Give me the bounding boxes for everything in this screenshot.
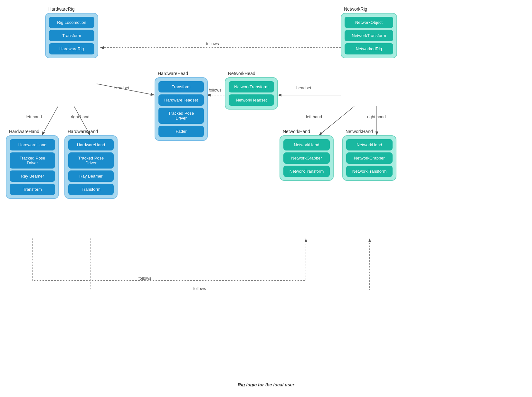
net-head-block-transform: NetworkTransform	[229, 81, 274, 92]
hardware-hand-left-group: HardwareHand HardwareHand Tracked Pose D…	[6, 135, 59, 199]
hardware-rig-label: HardwareRig	[48, 6, 75, 12]
hardware-hand-right-group: HardwareHand HardwareHand Tracked Pose D…	[64, 135, 118, 199]
edge-label-headset-left: headset	[114, 85, 129, 90]
svg-line-5	[42, 106, 58, 135]
hw-hand-left-block-tpd: Tracked Pose Driver	[10, 152, 55, 169]
hardware-rig-group: HardwareRig Rig Locomotion Transform Har…	[45, 13, 98, 58]
hw-hand-right-block-tpd: Tracked Pose Driver	[68, 152, 114, 169]
hw-hand-left-block-transform: Transform	[10, 184, 55, 195]
edge-label-follows-top: follows	[206, 41, 219, 46]
net-rig-block-obj: NetworkObject	[345, 17, 393, 28]
hardware-head-label: HardwareHead	[158, 71, 188, 76]
hw-head-block-tpd: Tracked Pose Driver	[158, 108, 204, 124]
network-head-group: NetworkHead NetworkTransform NetworkHead…	[225, 77, 278, 110]
diagram: HardwareRig Rig Locomotion Transform Har…	[0, 0, 532, 397]
net-hand-left-block-grabber: NetworkGrabber	[283, 152, 330, 164]
hw-rig-block-transform: Transform	[49, 30, 94, 41]
hw-rig-block-locomotion: Rig Locomotion	[49, 17, 94, 28]
hw-head-block-transform: Transform	[158, 81, 204, 92]
hw-rig-block-hardwarerig: HardwareRig	[49, 43, 94, 54]
net-head-block-headset: NetworkHeadset	[229, 94, 274, 106]
network-hand-left-label: NetworkHand	[283, 129, 310, 134]
hw-hand-left-block-hh: HardwareHand	[10, 139, 55, 150]
hw-hand-right-block-hh: HardwareHand	[68, 139, 114, 150]
net-hand-left-block-transform: NetworkTransform	[283, 166, 330, 177]
hw-hand-left-block-rb: Ray Beamer	[10, 170, 55, 182]
network-rig-group: NetworkRig NetworkObject NetworkTransfor…	[341, 13, 397, 58]
edge-label-follows-right: follows	[193, 286, 206, 291]
edge-label-follows-head: follows	[209, 88, 222, 92]
hw-hand-right-block-transform: Transform	[68, 184, 114, 195]
edge-label-follows-left: follows	[138, 276, 151, 281]
net-rig-block-networkedrig: NetworkedRig	[345, 43, 393, 54]
edge-label-left-hand-hw: left hand	[26, 114, 42, 119]
net-hand-left-block-nh: NetworkHand	[283, 139, 330, 150]
network-hand-left-group: NetworkHand NetworkHand NetworkGrabber N…	[280, 135, 334, 181]
edge-label-headset-right: headset	[296, 85, 311, 90]
hardware-hand-left-label: HardwareHand	[9, 129, 39, 134]
net-hand-right-block-transform: NetworkTransform	[346, 166, 393, 177]
net-rig-block-transform: NetworkTransform	[345, 30, 393, 41]
hardware-head-group: HardwareHead Transform HardwareHeadset T…	[155, 77, 208, 141]
hardware-hand-right-label: HardwareHand	[68, 129, 98, 134]
network-rig-label: NetworkRig	[344, 6, 367, 12]
net-hand-right-block-nh: NetworkHand	[346, 139, 393, 150]
edge-label-right-hand-hw: right hand	[71, 114, 90, 119]
edge-label-right-hand-net: right hand	[367, 114, 386, 119]
edge-label-left-hand-net: left hand	[306, 114, 322, 119]
diagram-caption: Rig logic for the local user	[202, 382, 330, 387]
hw-hand-right-block-rb: Ray Beamer	[68, 170, 114, 182]
hw-head-block-headset: HardwareHeadset	[158, 94, 204, 106]
hw-head-block-fader: Fader	[158, 126, 204, 137]
network-hand-right-group: NetworkHand NetworkHand NetworkGrabber N…	[342, 135, 396, 181]
net-hand-right-block-grabber: NetworkGrabber	[346, 152, 393, 164]
network-hand-right-label: NetworkHand	[346, 129, 373, 134]
network-head-label: NetworkHead	[228, 71, 255, 76]
